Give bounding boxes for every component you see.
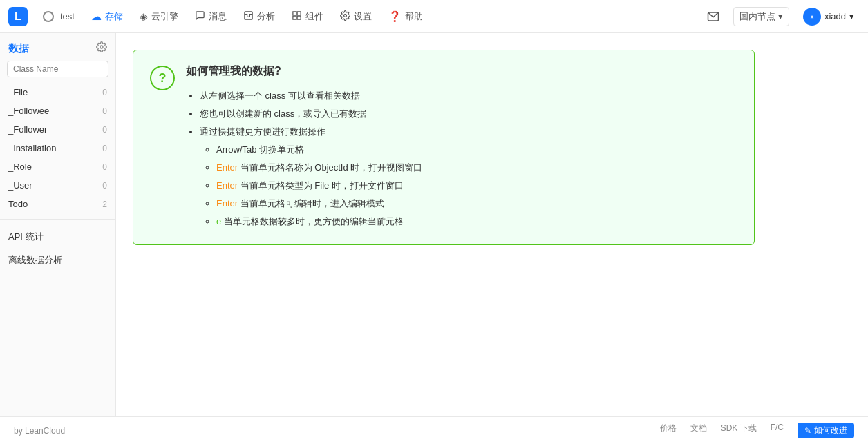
sidebar-item-role[interactable]: _Role 0 xyxy=(0,157,115,176)
component-icon xyxy=(292,10,302,23)
settings-icon xyxy=(340,10,350,23)
svg-point-7 xyxy=(100,46,103,48)
svg-rect-2 xyxy=(297,11,301,15)
user-menu[interactable]: x xiadd ▾ xyxy=(798,5,860,28)
footer-link-fc[interactable]: F/C xyxy=(771,423,784,438)
mail-icon xyxy=(707,10,719,23)
help-bullet-3: 通过快捷键更方便进行数据操作 Arrow/Tab 切换单元格 Enter 当前单… xyxy=(200,123,737,231)
nav-settings[interactable]: 设置 xyxy=(333,8,379,26)
main-content: ? 如何管理我的数据? 从左侧选择一个 class 可以查看相关数据 您也可以创… xyxy=(116,33,868,416)
sidebar-offline-analysis[interactable]: 离线数据分析 xyxy=(0,249,115,272)
sidebar: 数据 _File 0 _Followee 0 _Follower 0 _Inst… xyxy=(0,33,116,416)
nav-right: 国内节点 ▾ x xiadd ▾ xyxy=(701,5,860,28)
user-chevron-icon: ▾ xyxy=(849,11,854,21)
gear-icon[interactable] xyxy=(96,41,107,55)
shortcut-enter-edit: Enter 当前单元格可编辑时，进入编辑模式 xyxy=(216,195,737,213)
region-selector[interactable]: 国内节点 ▾ xyxy=(733,7,789,26)
sidebar-item-followee[interactable]: _Followee 0 xyxy=(0,102,115,120)
class-search[interactable] xyxy=(7,61,108,77)
nav-app-name[interactable]: test xyxy=(36,8,82,25)
sidebar-item-installation[interactable]: _Installation 0 xyxy=(0,139,115,157)
cloud-icon: ◈ xyxy=(140,10,148,23)
help-question-icon: ? xyxy=(150,66,175,90)
sidebar-item-user[interactable]: _User 0 xyxy=(0,176,115,195)
feedback-button[interactable]: ✎ 如何改进 xyxy=(798,423,854,438)
sidebar-item-follower[interactable]: _Follower 0 xyxy=(0,120,115,139)
main-layout: 数据 _File 0 _Followee 0 _Follower 0 _Inst… xyxy=(0,33,868,416)
sidebar-item-file[interactable]: _File 0 xyxy=(0,83,115,102)
sidebar-api-stats[interactable]: API 统计 xyxy=(0,225,115,249)
shortcut-arrow-tab: Arrow/Tab 切换单元格 xyxy=(216,141,737,159)
help-title: 如何管理我的数据? xyxy=(186,64,737,79)
svg-rect-4 xyxy=(297,16,301,19)
svg-rect-0 xyxy=(245,11,252,19)
shortcut-enter-objectid: Enter 当前单元格名称为 ObjectId 时，打开视图窗口 xyxy=(216,159,737,177)
nav-message[interactable]: 消息 xyxy=(188,8,234,26)
sidebar-item-todo[interactable]: Todo 2 xyxy=(0,195,115,213)
svg-rect-3 xyxy=(293,16,296,19)
sidebar-header: 数据 xyxy=(0,33,115,61)
nav-help[interactable]: ❓ 帮助 xyxy=(381,8,430,26)
help-icon: ❓ xyxy=(388,10,402,23)
footer-brand: by LeanCloud xyxy=(14,426,65,436)
footer-link-sdk[interactable]: SDK 下载 xyxy=(721,423,757,438)
help-bullet-1: 从左侧选择一个 class 可以查看相关数据 xyxy=(200,87,737,105)
feedback-icon: ✎ xyxy=(804,426,811,436)
nav-analysis[interactable]: 分析 xyxy=(236,8,282,26)
nav-cloud[interactable]: ◈ 云引擎 xyxy=(133,8,185,26)
message-icon xyxy=(195,10,205,23)
footer-links: 价格 文档 SDK 下载 F/C ✎ 如何改进 xyxy=(660,423,854,438)
shortcut-enter-file: Enter 当前单元格类型为 File 时，打开文件窗口 xyxy=(216,177,737,195)
svg-point-5 xyxy=(344,14,347,17)
top-nav: L test ☁ 存储 ◈ 云引擎 消息 分析 组件 设置 ❓ 帮助 xyxy=(0,0,868,33)
footer-link-price[interactable]: 价格 xyxy=(660,423,677,438)
storage-icon: ☁ xyxy=(91,10,102,23)
shortcut-e-key: e 当单元格数据较多时，更方便的编辑当前元格 xyxy=(216,213,737,231)
nav-component[interactable]: 组件 xyxy=(285,8,330,26)
chevron-down-icon: ▾ xyxy=(778,11,783,21)
avatar: x xyxy=(803,8,821,26)
help-list: 从左侧选择一个 class 可以查看相关数据 您也可以创建新的 class，或导… xyxy=(186,87,737,231)
search-input[interactable] xyxy=(7,61,108,77)
help-content: 如何管理我的数据? 从左侧选择一个 class 可以查看相关数据 您也可以创建新… xyxy=(186,64,737,231)
sidebar-title: 数据 xyxy=(8,42,29,55)
nav-mail[interactable] xyxy=(701,8,725,26)
sidebar-divider xyxy=(0,219,115,220)
analysis-icon xyxy=(243,10,254,23)
footer: by LeanCloud 价格 文档 SDK 下载 F/C ✎ 如何改进 xyxy=(0,416,868,444)
nav-storage[interactable]: ☁ 存储 xyxy=(84,8,130,26)
app-logo: L xyxy=(8,7,28,26)
help-box: ? 如何管理我的数据? 从左侧选择一个 class 可以查看相关数据 您也可以创… xyxy=(133,50,755,245)
shortcut-list: Arrow/Tab 切换单元格 Enter 当前单元格名称为 ObjectId … xyxy=(200,141,737,231)
help-bullet-2: 您也可以创建新的 class，或导入已有数据 xyxy=(200,105,737,123)
svg-rect-1 xyxy=(293,11,296,15)
footer-link-docs[interactable]: 文档 xyxy=(690,423,707,438)
